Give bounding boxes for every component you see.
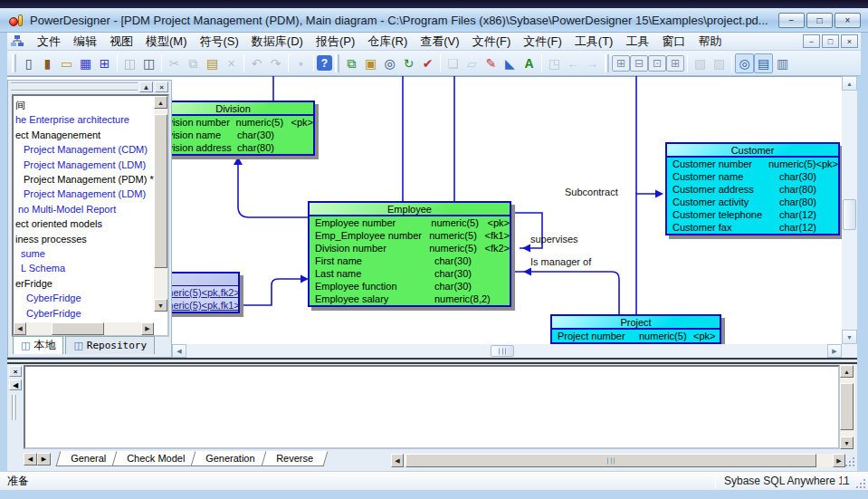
menu-file-f[interactable]: 文件(F)	[466, 32, 518, 52]
pen-icon[interactable]: ✎	[482, 53, 501, 73]
entity-employee[interactable]: Employee Employee numbernumeric(5)<pk> E…	[308, 201, 511, 307]
copy-icon[interactable]: ⧉	[184, 53, 203, 73]
paste-shortcut-icon[interactable]: ▣	[361, 53, 380, 73]
find-icon[interactable]: ◎	[380, 53, 399, 73]
mdi-close-button[interactable]: ×	[841, 34, 858, 48]
browser-collapse-icon[interactable]: ▲	[139, 82, 153, 92]
scroll-right-icon[interactable]: ▶	[833, 454, 845, 467]
tree-item-workspace[interactable]: 间	[14, 98, 154, 112]
tree-item-pm-cdm[interactable]: Project Management (CDM)	[14, 142, 154, 157]
diagram-vertical-scrollbar[interactable]: ▲ ▼	[842, 76, 857, 344]
menu-repository[interactable]: 仓库(R)	[361, 32, 414, 52]
mdi-child-icon[interactable]	[11, 35, 24, 47]
paste-icon[interactable]: ▤	[203, 53, 222, 73]
view-pages-icon[interactable]: ⊞	[666, 55, 684, 72]
scroll-up-icon[interactable]: ▲	[842, 76, 857, 91]
toolbar-drag-handle[interactable]	[605, 54, 609, 72]
tree-item-multi-model-report[interactable]: no Multi-Model Report	[14, 202, 154, 216]
new-model-icon[interactable]: ▯	[19, 53, 38, 73]
menu-file-f2[interactable]: 文件(F)	[517, 32, 568, 52]
toolbar-drag-handle[interactable]	[335, 54, 339, 72]
menu-symbol[interactable]: 符号(S)	[194, 32, 245, 52]
tree-vertical-scrollbar[interactable]: ▲ ▼	[154, 96, 167, 312]
print-preview-icon[interactable]: ◫	[120, 53, 139, 73]
properties-icon[interactable]: ▪	[291, 53, 310, 73]
menu-window[interactable]: 窗口	[655, 32, 692, 52]
view-window-icon[interactable]: ⊞	[612, 55, 630, 72]
toolbar-drag-handle[interactable]	[12, 54, 16, 72]
output-content[interactable]	[24, 365, 840, 449]
open-workspace-icon[interactable]: ▮	[38, 53, 57, 73]
group-icon[interactable]: ❏	[444, 53, 463, 73]
help-icon[interactable]: ?	[317, 55, 332, 71]
vscroll-thumb[interactable]	[843, 199, 856, 230]
output-horizontal-scrollbar[interactable]: ◀ ▶	[391, 454, 845, 467]
scroll-up-icon[interactable]: ▲	[154, 96, 167, 109]
save-all-icon[interactable]: ⊞	[95, 53, 114, 73]
scroll-up-icon[interactable]: ▲	[840, 365, 854, 378]
tab-check-model[interactable]: Check Model	[112, 451, 200, 466]
browser-close-icon[interactable]: ×	[155, 82, 168, 92]
output-hscroll-thumb[interactable]	[405, 454, 816, 467]
nudge-left-icon[interactable]: ←	[564, 53, 583, 73]
restore-button[interactable]: □	[806, 13, 833, 28]
tree-item-resume[interactable]: sume	[14, 246, 154, 261]
panel-resize-grip[interactable]	[844, 456, 855, 467]
list-icon[interactable]: ▥	[773, 53, 792, 73]
redo-icon[interactable]: ↷	[266, 53, 285, 73]
tree-item-business-processes[interactable]: iness processes	[14, 232, 154, 246]
mdi-restore-button[interactable]: □	[822, 34, 839, 48]
menu-model[interactable]: 模型(M)	[139, 32, 194, 52]
scroll-down-icon[interactable]: ▼	[840, 437, 854, 449]
fill-color-icon[interactable]: ◣	[501, 53, 520, 73]
delete-icon[interactable]: ×	[222, 53, 241, 73]
view-page-icon[interactable]: ⊡	[648, 55, 666, 72]
entity-division[interactable]: Division Division numbernumeric(5)<pk> D…	[151, 101, 315, 156]
relationship-label-supervises[interactable]: supervises	[530, 234, 578, 245]
output-vertical-scrollbar[interactable]: ▲ ▼	[840, 365, 855, 449]
tree-item-pm-pdm[interactable]: Project Management (PDM) *	[14, 172, 154, 187]
output-dock-icon[interactable]: ◀	[9, 379, 22, 390]
tree-hscroll-thumb[interactable]	[52, 322, 104, 335]
scroll-down-icon[interactable]: ▼	[154, 299, 167, 312]
tree-item-project-management[interactable]: ect Managenement	[14, 128, 154, 142]
minimize-button[interactable]: −	[778, 13, 805, 28]
tree-item-pm-ldm2[interactable]: Project Management (LDM)	[14, 187, 154, 201]
save-icon[interactable]: ▦	[76, 53, 95, 73]
show-text-icon[interactable]: ▤	[754, 53, 773, 73]
tree-item-enterprise-architecture[interactable]: he Enterprise architecture	[14, 112, 154, 127]
output-drag-grip[interactable]	[12, 395, 17, 420]
tree-item-cyberfridge-3[interactable]: CyberFridge	[14, 306, 154, 321]
browser-tree[interactable]: 间 he Enterprise architecture ect Managen…	[12, 94, 169, 337]
entity-project[interactable]: Project Project numbernumeric(5)<pk>	[550, 314, 721, 344]
view-panel-icon[interactable]: ⊟	[630, 55, 648, 72]
new-window-icon[interactable]: ⧉	[342, 53, 361, 73]
scroll-down-icon[interactable]: ▼	[842, 330, 857, 344]
tree-item-xml-schema[interactable]: L Schema	[14, 261, 154, 275]
tree-vscroll-thumb[interactable]	[154, 114, 167, 268]
browser-drag-bar[interactable]	[11, 82, 138, 91]
tree-item-object-oriented-models[interactable]: ect oriented models	[14, 216, 154, 231]
menu-view[interactable]: 视图	[103, 32, 139, 52]
undo-icon[interactable]: ↶	[247, 53, 266, 73]
output-close-icon[interactable]: ×	[9, 366, 22, 377]
menu-tools[interactable]: 工具	[619, 32, 655, 52]
font-icon[interactable]: A	[520, 53, 539, 73]
scroll-left-icon[interactable]: ◀	[172, 344, 186, 358]
hscroll-thumb[interactable]	[491, 345, 514, 357]
scroll-left-icon[interactable]: ◀	[14, 322, 26, 335]
tab-reverse[interactable]: Reverse	[261, 451, 328, 466]
tree-item-pm-ldm[interactable]: Project Management (LDM)	[14, 158, 154, 172]
nudge-right-icon[interactable]: →	[583, 53, 602, 73]
tree-horizontal-scrollbar[interactable]: ◀ ▶	[14, 322, 154, 335]
open-model-icon[interactable]: ▭	[57, 53, 76, 73]
tree-item-cyberfridge-2[interactable]: CyberFridge	[14, 291, 154, 305]
bring-front-icon[interactable]: ◳	[545, 53, 564, 73]
print-icon[interactable]: ◫	[139, 53, 158, 73]
zoom-in-icon[interactable]: ▧	[691, 53, 710, 73]
close-button[interactable]: ×	[835, 13, 861, 28]
refresh-icon[interactable]: ↻	[399, 53, 418, 73]
ungroup-icon[interactable]: ▱	[463, 53, 482, 73]
tab-general[interactable]: General	[56, 451, 121, 466]
diagram-horizontal-scrollbar[interactable]: ◀ ▶	[172, 344, 842, 358]
